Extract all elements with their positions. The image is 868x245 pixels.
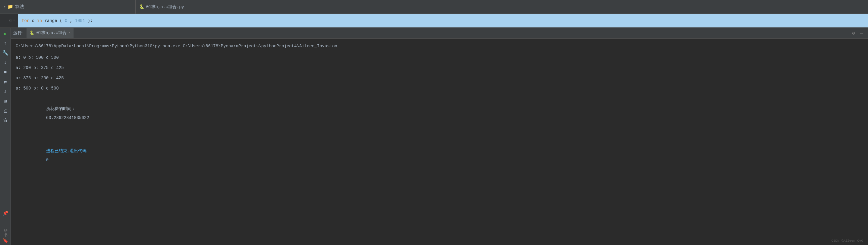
output-area: C:\Users\86178\AppData\Local\Programs\Py… <box>11 38 868 245</box>
run-tab-bar: 运行: 🐍 01求a,a,c组合 × ⚙ — <box>11 28 868 38</box>
editor-line-number: 6 ⬇ <box>0 14 18 27</box>
left-toolbar: ▶ ↑ 🔧 ↓ ■ ⇄ ⇩ ⊞ 🖨 🗑 📌 结 书 🔖 <box>0 28 11 245</box>
output-result-1: a: 200 b: 375 c 425 <box>16 63 863 72</box>
arrow-icon: ⬇ <box>13 19 15 23</box>
output-time-line: 所花费的时间： 60.28622841835022 <box>16 95 863 131</box>
output-spacer1 <box>16 51 863 53</box>
up-button[interactable]: ↑ <box>1 39 10 48</box>
output-exit-code: 0 <box>46 158 49 162</box>
run-with-inner: C:\Users\86178\AppData\Local\Programs\Py… <box>11 38 868 245</box>
run-panel: ▶ ↑ 🔧 ↓ ■ ⇄ ⇩ ⊞ 🖨 🗑 📌 结 书 🔖 运行: <box>0 28 868 245</box>
output-time-value: 60.28622841835022 <box>46 115 89 120</box>
redirect-button[interactable]: ⇄ <box>1 78 10 86</box>
run-button[interactable]: ▶ <box>1 30 10 38</box>
output-exit-line: 进程已结束,退出代码 0 <box>16 137 863 174</box>
folder-entry[interactable]: ▾ 📁 算法 <box>0 0 135 13</box>
run-tab-name: 01求a,a,c组合 <box>36 30 67 36</box>
run-tab-right-controls: ⚙ — <box>851 29 868 37</box>
wrench-button[interactable]: 🔧 <box>1 49 10 57</box>
grid-button[interactable]: ⊞ <box>1 97 10 105</box>
code-keyword-for: for <box>22 19 29 23</box>
trash-button[interactable]: 🗑 <box>1 116 10 125</box>
file-entry[interactable]: 🐍 01求a,a,c组合.py <box>135 0 241 13</box>
minimize-button[interactable]: — <box>859 29 864 37</box>
editor-strip: 6 ⬇ for c in range ( 0 , 1001 ): <box>0 14 868 28</box>
python-file-icon: 🐍 <box>139 4 144 9</box>
file-name: 01求a,a,c组合.py <box>146 4 184 10</box>
chevron-icon: ▾ <box>4 4 6 9</box>
output-result-0: a: 0 b: 500 c 500 <box>16 53 863 62</box>
watermark: CSDN ©Aileen_QvQ <box>831 239 863 243</box>
side-label-shu[interactable]: 书 <box>3 230 8 231</box>
run-label: 运行: <box>13 30 24 36</box>
folder-name: 算法 <box>15 4 24 10</box>
run-tab-python-icon: 🐍 <box>30 30 34 35</box>
output-result-3: a: 500 b: 0 c 500 <box>16 84 863 93</box>
output-spacer5 <box>16 93 863 95</box>
down-button[interactable]: ↓ <box>1 58 10 67</box>
output-exit-text[interactable]: 进程已结束,退出代码 <box>46 149 87 153</box>
code-var-c: c <box>32 19 37 23</box>
editor-code-area: for c in range ( 0 , 1001 ): <box>18 14 868 27</box>
code-line: for c in range ( 0 , 1001 ): <box>22 19 93 23</box>
side-label-jie[interactable]: 结 <box>3 226 8 226</box>
code-punc-close: ): <box>88 19 93 23</box>
stop-button[interactable]: ■ <box>1 68 10 76</box>
filter-down-button[interactable]: ⇩ <box>1 87 10 96</box>
run-tab-close[interactable]: × <box>68 31 70 35</box>
code-punc-open: ( <box>60 19 62 23</box>
folder-icon: 📁 <box>7 4 13 10</box>
main-container: ▾ 📁 算法 🐍 01求a,a,c组合.py 6 ⬇ for c in rang… <box>0 0 868 245</box>
code-keyword-in: in <box>37 19 42 23</box>
output-path-line: C:\Users\86178\AppData\Local\Programs\Py… <box>16 41 863 51</box>
code-punc-comma: , <box>70 19 72 23</box>
code-num-1001: 1001 <box>75 19 85 23</box>
output-spacer6 <box>16 131 863 137</box>
output-time-label: 所花费的时间： <box>46 106 76 111</box>
run-content: 运行: 🐍 01求a,a,c组合 × ⚙ — C:\Users\86178\Ap… <box>11 28 868 245</box>
run-tab[interactable]: 🐍 01求a,a,c组合 × <box>27 28 73 38</box>
print-button[interactable]: 🖨 <box>1 107 10 115</box>
code-num-0: 0 <box>65 19 67 23</box>
file-tab-bar: ▾ 📁 算法 🐍 01求a,a,c组合.py <box>0 0 868 14</box>
code-func-range: range <box>44 19 60 23</box>
output-result-2: a: 375 b: 200 c 425 <box>16 73 863 83</box>
pin-button[interactable]: 📌 <box>1 209 10 218</box>
gear-button[interactable]: ⚙ <box>851 29 857 37</box>
bookmark-icon[interactable]: 🔖 <box>3 238 8 243</box>
